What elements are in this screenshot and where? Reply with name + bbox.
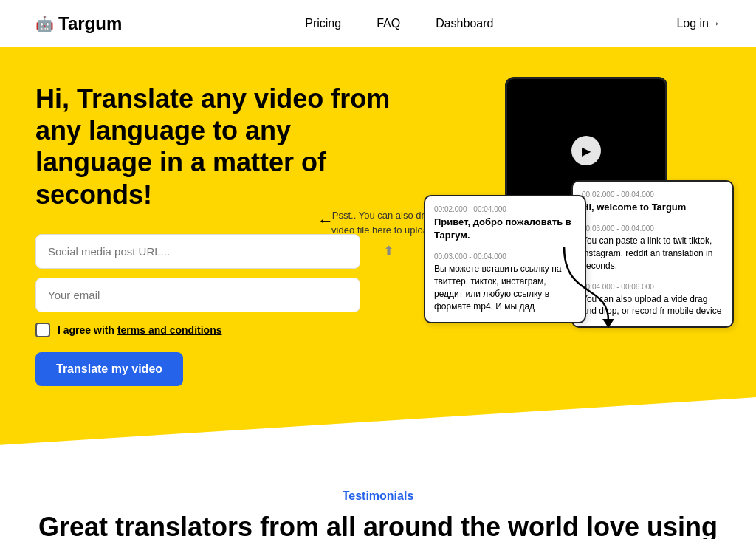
email-input[interactable] <box>35 278 360 312</box>
en-text1: Hi, welcome to Targum <box>582 201 724 214</box>
nav-dashboard[interactable]: Dashboard <box>436 17 493 30</box>
psst-arrow: ← <box>317 211 334 230</box>
hero-right: ▶ 00:02.000 - 00:04.000 Привет, добро по… <box>424 77 734 416</box>
terms-link[interactable]: terms and conditions <box>117 324 222 336</box>
url-input[interactable] <box>35 234 360 269</box>
translate-button[interactable]: Translate my video <box>35 352 183 386</box>
hero-section: Hi, Translate any video from any languag… <box>0 47 756 445</box>
play-button[interactable]: ▶ <box>571 136 601 165</box>
ru-text2: Вы можете вставить ссылку на твиттер, ти… <box>434 263 576 312</box>
upload-icon[interactable]: ⬆ <box>383 243 394 259</box>
testimonials-label: Testimonials <box>35 490 721 503</box>
ru-time2: 00:03.000 - 00:04.000 <box>434 253 576 261</box>
ru-time1: 00:02.000 - 00:04.000 <box>434 205 576 213</box>
testimonials-heading: Great translators from all around the wo… <box>35 512 721 539</box>
login-link[interactable]: Log in→ <box>676 17 721 30</box>
nav-pricing[interactable]: Pricing <box>305 17 341 30</box>
navbar: 🤖 Targum Pricing FAQ Dashboard Log in→ <box>0 0 756 47</box>
logo-icon: 🤖 <box>35 15 54 32</box>
en-time1: 00:02.000 - 00:04.000 <box>582 190 724 199</box>
terms-checkbox[interactable] <box>35 323 50 337</box>
en-time2: 00:03.000 - 00:04.000 <box>582 224 724 233</box>
ru-text1: Привет, добро пожаловать в Таргум. <box>434 216 576 242</box>
nav-links: Pricing FAQ Dashboard <box>305 17 493 30</box>
nav-faq[interactable]: FAQ <box>377 17 400 30</box>
curved-arrow-icon <box>557 239 616 328</box>
svg-marker-0 <box>602 319 614 328</box>
terms-label: I agree with terms and conditions <box>58 324 222 336</box>
logo: 🤖 Targum <box>35 13 122 34</box>
url-input-wrapper: ⬆ <box>35 234 405 269</box>
logo-text: Targum <box>58 13 122 34</box>
hero-title: Hi, Translate any video from any languag… <box>35 83 405 210</box>
testimonials-section: Testimonials Great translators from all … <box>0 445 756 539</box>
terms-row: I agree with terms and conditions <box>35 323 405 337</box>
